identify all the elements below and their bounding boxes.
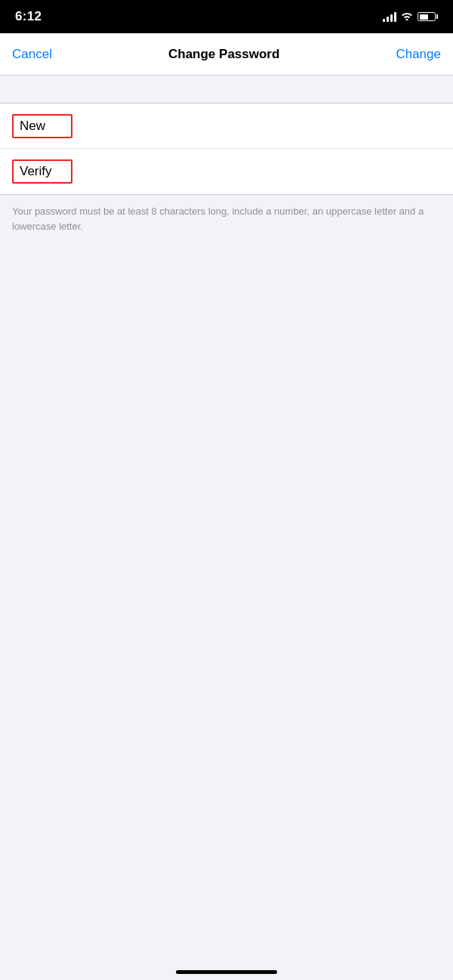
status-bar: 6:12	[0, 0, 453, 33]
signal-icon	[383, 11, 396, 22]
verify-password-label: Verify	[12, 159, 72, 184]
nav-title: Change Password	[168, 47, 279, 62]
new-password-label: New	[12, 114, 72, 138]
wifi-icon	[401, 11, 413, 23]
status-time: 6:12	[15, 9, 42, 24]
section-spacer	[0, 76, 453, 103]
new-password-row: New	[0, 104, 453, 149]
status-icons	[383, 11, 438, 23]
verify-password-row: Verify	[0, 149, 453, 194]
battery-icon	[418, 12, 438, 21]
change-button[interactable]: Change	[396, 47, 441, 62]
home-indicator	[176, 970, 277, 974]
cancel-button[interactable]: Cancel	[12, 47, 52, 62]
nav-bar: Cancel Change Password Change	[0, 33, 453, 76]
verify-password-input[interactable]	[72, 164, 441, 179]
form-section: New Verify	[0, 103, 453, 195]
new-password-input[interactable]	[72, 119, 441, 134]
password-helper-text: Your password must be at least 8 charact…	[0, 195, 453, 246]
